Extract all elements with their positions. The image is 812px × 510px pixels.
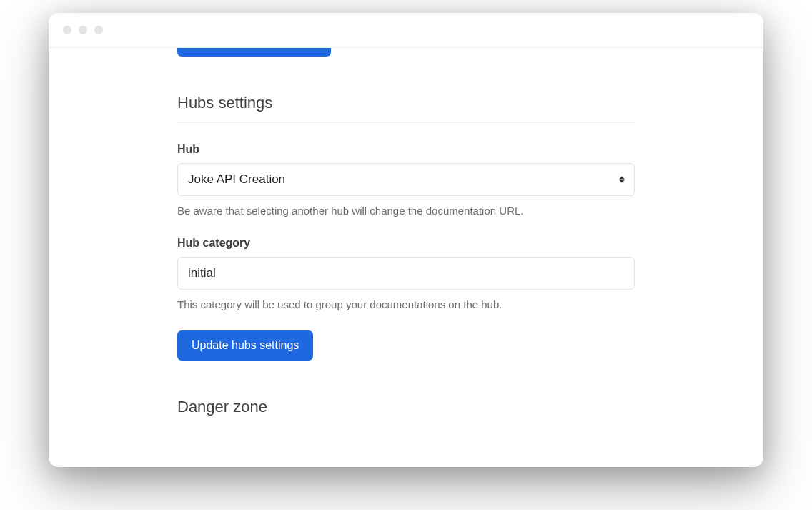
window-titlebar xyxy=(49,13,763,47)
hubs-settings-heading: Hubs settings xyxy=(177,94,635,123)
window-maximize-dot[interactable] xyxy=(94,26,103,34)
hub-select-wrapper xyxy=(177,163,635,196)
hub-category-input[interactable] xyxy=(177,257,635,290)
hub-label: Hub xyxy=(177,143,635,156)
browser-window: Hubs settings Hub Be aware that selectin… xyxy=(49,13,763,467)
partial-visible-button[interactable] xyxy=(177,48,331,57)
hub-help-text: Be aware that selecting another hub will… xyxy=(177,205,635,217)
danger-zone-heading: Danger zone xyxy=(177,398,635,416)
hub-category-help-text: This category will be used to group your… xyxy=(177,298,635,310)
update-hubs-settings-button[interactable]: Update hubs settings xyxy=(177,330,313,361)
page-content: Hubs settings Hub Be aware that selectin… xyxy=(49,48,763,416)
window-close-dot[interactable] xyxy=(63,26,71,34)
hub-select[interactable] xyxy=(177,163,635,196)
hub-category-label: Hub category xyxy=(177,237,635,250)
window-minimize-dot[interactable] xyxy=(79,26,87,34)
